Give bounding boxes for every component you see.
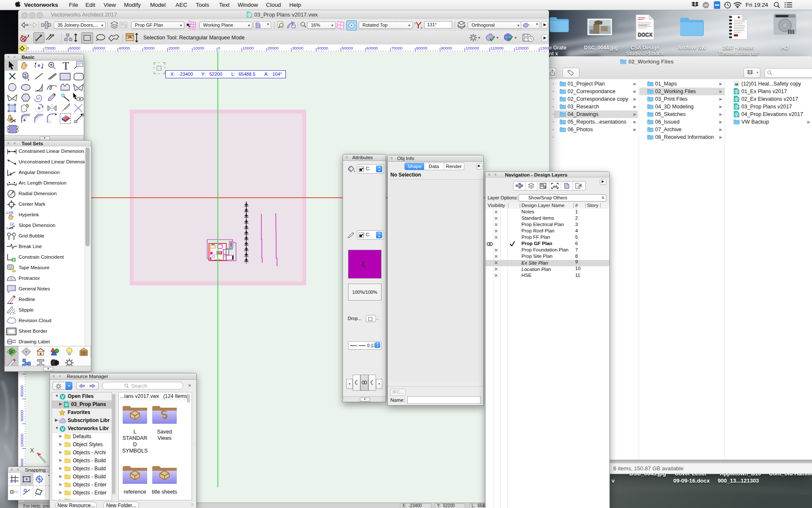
svg-text:50000: 50000 bbox=[342, 46, 353, 50]
svg-text:30000: 30000 bbox=[143, 46, 154, 50]
svg-text:60000: 60000 bbox=[367, 46, 378, 50]
svg-text:110000: 110000 bbox=[491, 46, 504, 50]
svg-text:120000: 120000 bbox=[515, 46, 529, 50]
svg-text:70000: 70000 bbox=[44, 46, 55, 50]
svg-text:0: 0 bbox=[27, 46, 29, 50]
svg-text:80000: 80000 bbox=[416, 46, 427, 50]
svg-text:40000: 40000 bbox=[317, 46, 328, 50]
svg-text:40000: 40000 bbox=[119, 46, 130, 50]
svg-text:80000: 80000 bbox=[19, 385, 24, 396]
svg-text:x: x bbox=[421, 26, 422, 29]
svg-text:n: n bbox=[6, 226, 8, 230]
svg-text:12: 12 bbox=[10, 222, 14, 226]
svg-text:90000: 90000 bbox=[441, 46, 452, 50]
svg-text:60000: 60000 bbox=[69, 46, 80, 50]
svg-text:50000: 50000 bbox=[94, 46, 105, 50]
svg-text:130000: 130000 bbox=[540, 46, 549, 50]
svg-text:Y: Y bbox=[414, 22, 416, 25]
svg-text:20000: 20000 bbox=[168, 46, 179, 50]
svg-text:30000: 30000 bbox=[292, 46, 303, 50]
svg-text:DOCX: DOCX bbox=[638, 32, 653, 38]
svg-text:0: 0 bbox=[218, 46, 220, 50]
svg-text:70000: 70000 bbox=[391, 46, 402, 50]
svg-text:100000: 100000 bbox=[466, 46, 479, 50]
svg-text:90000: 90000 bbox=[19, 410, 24, 421]
svg-text:Link: Link bbox=[6, 210, 14, 215]
svg-text:9: 9 bbox=[9, 118, 11, 121]
svg-text:20000: 20000 bbox=[267, 46, 278, 50]
svg-text:100000: 100000 bbox=[19, 434, 24, 447]
svg-text:10000: 10000 bbox=[193, 46, 204, 50]
svg-text:10000: 10000 bbox=[243, 46, 254, 50]
